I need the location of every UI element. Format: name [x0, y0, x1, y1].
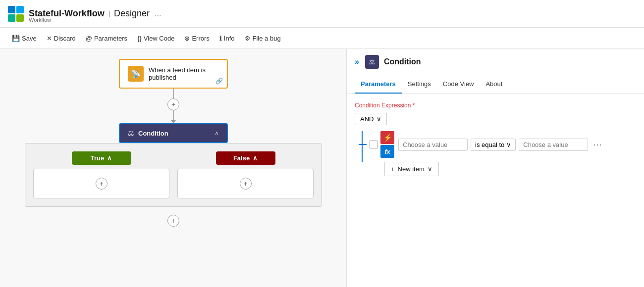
false-branch-header[interactable]: False ∧ [216, 151, 275, 165]
panel-tabs: Parameters Settings Code View About [347, 75, 644, 94]
new-item-button[interactable]: + New item ∨ [384, 162, 439, 176]
condition-node-left: ⚖ Condition [128, 129, 168, 137]
more-options-button[interactable]: ⋯ [591, 138, 604, 151]
collapse-icon[interactable]: ∧ [215, 130, 219, 137]
required-marker: * [413, 102, 415, 109]
branches-container: True ∧ + False ∧ [25, 143, 322, 207]
condition-row-1: ⚡ fx is equal to ∨ ⋯ [359, 131, 636, 158]
condition-expression-area: ⚡ fx is equal to ∨ ⋯ + New item [355, 131, 636, 176]
true-collapse-icon: ∧ [107, 154, 112, 162]
save-icon: 💾 [12, 35, 20, 42]
header-separator: | [108, 10, 110, 17]
h-connector [359, 144, 367, 145]
info-button[interactable]: ℹ Info [215, 33, 239, 44]
trigger-text: When a feed item is published [149, 66, 219, 81]
add-false-step-button[interactable]: + [240, 178, 252, 190]
add-true-step-button[interactable]: + [96, 178, 107, 190]
app-header: Stateful-Workflow | Designer ... Workflo… [0, 0, 644, 28]
tab-settings[interactable]: Settings [402, 75, 437, 94]
new-item-chevron-icon: ∨ [428, 165, 432, 173]
plus-icon: + [391, 165, 395, 173]
condition-node[interactable]: ⚖ Condition ∧ [119, 123, 228, 143]
right-panel: » ⚖ Condition Parameters Settings Code V… [347, 49, 644, 287]
view-code-icon: {} [137, 35, 142, 42]
file-bug-button[interactable]: ⚙ File a bug [241, 33, 285, 44]
tab-parameters[interactable]: Parameters [355, 75, 402, 94]
true-branch: True ∧ + [33, 151, 169, 198]
save-button[interactable]: 💾 Save [8, 33, 41, 44]
parameters-button[interactable]: @ Parameters [82, 33, 131, 44]
errors-button[interactable]: ⊗ Errors [180, 33, 213, 44]
connector-1: + [25, 89, 322, 123]
add-step-button-1[interactable]: + [167, 98, 179, 110]
expression-icons: ⚡ fx [380, 131, 394, 158]
workflow-subtitle: Workflow [29, 17, 51, 23]
info-icon: ℹ [219, 35, 222, 42]
lightning-icon-button[interactable]: ⚡ [380, 131, 394, 144]
add-step-button-bottom[interactable]: + [167, 215, 179, 227]
value-input-2[interactable] [519, 139, 588, 151]
false-branch-body: + [177, 169, 314, 198]
tab-code-view[interactable]: Code View [437, 75, 480, 94]
true-branch-body: + [33, 169, 169, 198]
operator-dropdown[interactable]: is equal to ∨ [471, 139, 516, 151]
errors-icon: ⊗ [184, 35, 190, 42]
toolbar: 💾 Save ✕ Discard @ Parameters {} View Co… [0, 28, 644, 49]
bug-icon: ⚙ [245, 35, 251, 42]
designer-label: Designer [114, 8, 150, 19]
header-more-button[interactable]: ... [155, 9, 161, 18]
false-branch: False ∧ + [177, 151, 314, 198]
and-selector: AND ∨ [355, 113, 636, 125]
false-collapse-icon: ∧ [253, 154, 258, 162]
condition-node-label: Condition [138, 130, 168, 137]
discard-button[interactable]: ✕ Discard [43, 33, 80, 44]
panel-content: Condition Expression * AND ∨ [347, 94, 644, 184]
condition-panel-icon: ⚖ [365, 55, 379, 69]
tab-about[interactable]: About [480, 75, 508, 94]
link-icon: 🔗 [215, 78, 223, 85]
and-chevron-icon: ∨ [376, 115, 381, 123]
true-branch-header[interactable]: True ∧ [72, 151, 131, 165]
condition-expression-label: Condition Expression * [355, 102, 636, 109]
main-area: 📡 When a feed item is published 🔗 + ⚖ Co… [0, 49, 644, 287]
new-item-area: + New item ∨ [367, 162, 636, 176]
operator-chevron-icon: ∨ [506, 141, 511, 148]
view-code-button[interactable]: {} View Code [133, 33, 178, 44]
value-input-1[interactable] [398, 139, 468, 151]
discard-icon: ✕ [47, 35, 52, 42]
trigger-icon: 📡 [128, 66, 144, 82]
fx-icon-button[interactable]: fx [380, 145, 394, 158]
app-icon [8, 6, 24, 22]
panel-header: » ⚖ Condition [347, 49, 644, 75]
workflow-canvas: 📡 When a feed item is published 🔗 + ⚖ Co… [0, 49, 347, 287]
trigger-node[interactable]: 📡 When a feed item is published 🔗 [119, 59, 228, 89]
parameters-icon: @ [86, 35, 92, 42]
condition-icon: ⚖ [128, 129, 134, 137]
panel-title: Condition [384, 57, 421, 66]
and-button[interactable]: AND ∨ [355, 113, 387, 125]
bottom-connector: + [25, 215, 322, 227]
workflow-nodes: 📡 When a feed item is published 🔗 + ⚖ Co… [25, 59, 322, 227]
panel-collapse-button[interactable]: » [355, 57, 359, 66]
condition-checkbox[interactable] [370, 141, 377, 148]
